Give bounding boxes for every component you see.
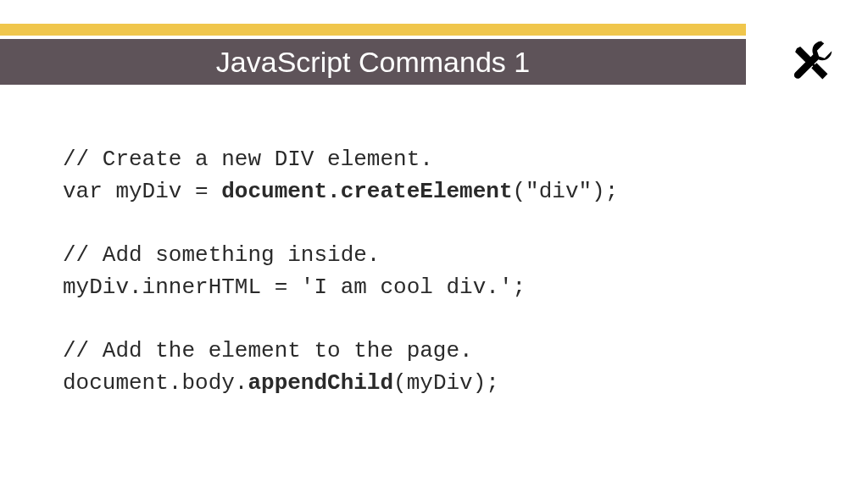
code-text: document.body.: [63, 370, 248, 396]
tools-icon: [787, 37, 834, 85]
slide-title: JavaScript Commands 1: [216, 46, 530, 79]
code-comment: // Add the element to the page.: [63, 338, 473, 363]
title-bar: JavaScript Commands 1: [0, 39, 746, 85]
code-text: var myDiv =: [63, 179, 221, 204]
code-text: (myDiv);: [393, 370, 499, 396]
code-text: ("div");: [513, 179, 619, 204]
code-comment: // Add something inside.: [63, 242, 380, 268]
code-bold: document.createElement: [221, 179, 512, 204]
accent-bar: [0, 24, 746, 36]
code-block: // Create a new DIV element. var myDiv =…: [63, 144, 618, 400]
code-comment: // Create a new DIV element.: [63, 147, 433, 172]
code-text: myDiv.innerHTML = 'I am cool div.';: [63, 274, 526, 300]
code-bold: appendChild: [248, 370, 393, 396]
